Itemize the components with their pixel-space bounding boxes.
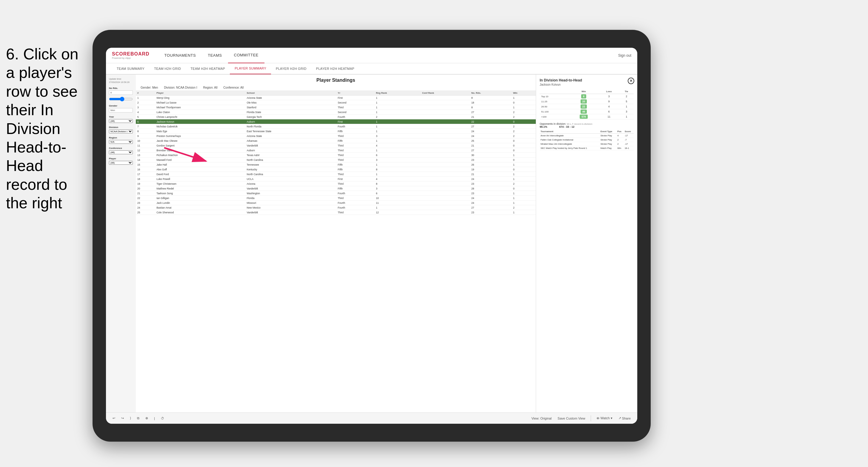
tournament-row[interactable]: Mirabel Maui Jim Intercollegiate Stroke …	[540, 142, 634, 146]
table-row[interactable]: 10 Jacob Mac Olesee Arkansas Fifth 1 25 …	[136, 138, 536, 143]
sub-nav-team-summary[interactable]: TEAM SUMMARY	[112, 63, 149, 74]
sub-nav-player-h2h-grid[interactable]: PLAYER H2H GRID	[271, 63, 311, 74]
sub-nav-team-h2h-heatmap[interactable]: TEAM H2H HEATMAP	[186, 63, 230, 74]
year-select[interactable]: (All)	[109, 119, 133, 123]
save-custom-button[interactable]: Save Custom View	[556, 416, 587, 421]
table-row[interactable]: 13 Pichaikun Maichon Texas A&M Third 6 3…	[136, 153, 536, 158]
wlt-row: 98.1% 674 - 33 - 12	[540, 125, 634, 128]
no-rds-slider[interactable]	[109, 97, 133, 101]
table-row[interactable]: 20 Matthew Riedel Vanderbilt Fifth 3 28 …	[136, 186, 536, 191]
filter-division: Division: NCAA Division I	[164, 86, 197, 89]
h2h-tie: 1	[619, 114, 634, 119]
cell-conf-rank	[421, 200, 470, 205]
forward-button[interactable]: ⟩	[128, 415, 133, 421]
sidebar: Update time: 27/03/2024 16:56:26 No Rds.…	[106, 74, 136, 412]
cell-player: Matthew Riedel	[155, 186, 245, 191]
filter-region: Region: All	[203, 86, 218, 89]
cell-rank: 14	[136, 158, 155, 162]
cell-yr: Third	[336, 148, 375, 153]
h2h-title: In Division Head-to-Head	[540, 78, 634, 82]
tournament-row[interactable]: SEC Match Play hosted by Jerry Pate Roun…	[540, 146, 634, 150]
cell-yr: First	[336, 95, 375, 100]
table-row[interactable]: 7 Nicholas Gabrelcik North Florida Fourt…	[136, 124, 536, 129]
table-row[interactable]: 24 Bastian Amat New Mexico Fourth 1 27 2	[136, 205, 536, 210]
sub-nav-team-h2h-grid[interactable]: TEAM H2H GRID	[149, 63, 186, 74]
conference-select[interactable]: (All)	[109, 150, 133, 154]
cell-school: Washington	[245, 191, 336, 196]
table-row[interactable]: 17 David Ford North Carolina Third 1 21 …	[136, 172, 536, 177]
copy-button[interactable]: ⧉	[135, 415, 141, 421]
sign-out-button[interactable]: Sign out	[618, 54, 631, 58]
close-button[interactable]: ✕	[628, 77, 634, 84]
cell-conf-rank	[421, 100, 470, 105]
sub-nav-player-summary[interactable]: PLAYER SUMMARY	[230, 63, 271, 74]
watch-button[interactable]: 👁 Watch ▾	[595, 415, 614, 421]
cell-conf-rank	[421, 196, 470, 200]
clock-button[interactable]: ⏱	[159, 416, 166, 421]
table-row[interactable]: 8 Mats Ege East Tennessee State Fifth 1 …	[136, 129, 536, 134]
cell-player: Bastian Amat	[155, 205, 245, 210]
h2h-loss: 11	[599, 114, 619, 119]
cell-school: North Carolina	[245, 172, 336, 177]
cell-no-rds: 18	[470, 100, 512, 105]
cell-win: 0	[512, 100, 536, 105]
cell-school: Missouri	[245, 200, 336, 205]
cell-player: Luke Powell	[155, 177, 245, 181]
table-row[interactable]: 4 Luke Claton Florida State Second 1 27 …	[136, 110, 536, 115]
division-select[interactable]: NCAA Division I	[109, 129, 133, 133]
region-select[interactable]: N/A	[109, 140, 133, 144]
nav-tournaments[interactable]: TOURNAMENTS	[158, 48, 202, 63]
cell-reg-rank: 6	[375, 153, 421, 158]
cell-no-rds: 22	[470, 119, 512, 124]
cell-school: New Mexico	[245, 205, 336, 210]
cell-rank: 17	[136, 172, 155, 177]
table-row[interactable]: 1 Wenyi Ding Arizona State First 1 8 1	[136, 95, 536, 100]
table-row[interactable]: 22 Ian Gilligan Florida Third 10 24 1	[136, 196, 536, 200]
table-row[interactable]: 12 Brendan Valles Auburn Third 1 27 0	[136, 148, 536, 153]
table-row[interactable]: 25 Cole Sherwood Vanderbilt Third 12 23 …	[136, 210, 536, 215]
cell-school: Florida State	[245, 110, 336, 115]
table-row[interactable]: 6 Jackson Koivun Auburn First 1 22 0	[136, 119, 536, 124]
table-row[interactable]: 18 Luke Powell UCLA First 4 24 1	[136, 177, 536, 181]
cell-yr: Third	[336, 153, 375, 158]
opponents-pct-row: Opponents in division: W-L-T record in-d…	[540, 122, 634, 125]
view-original-button[interactable]: View: Original	[529, 416, 553, 421]
cell-win: 1	[512, 162, 536, 167]
cell-rank: 18	[136, 177, 155, 181]
table-row[interactable]: 15 Jake Hall Tennessee Fifth 1 26 1	[136, 162, 536, 167]
table-row[interactable]: 16 Alex Goff Kentucky Fifth 8 19 0	[136, 167, 536, 172]
table-row[interactable]: 23 Jack Lundin Missouri Fourth 11 24 1	[136, 200, 536, 205]
table-row[interactable]: 9 Preston Summerhays Arizona State Third…	[136, 134, 536, 138]
cell-reg-rank: 1	[375, 119, 421, 124]
table-row[interactable]: 3 Michael Thorbjornsen Stanford Third 1 …	[136, 105, 536, 110]
sub-nav-player-h2h-heatmap[interactable]: PLAYER H2H HEATMAP	[311, 63, 359, 74]
cell-win: 2	[512, 129, 536, 134]
table-row[interactable]: 11 Gordon Sargent Vanderbilt Third 4 21 …	[136, 143, 536, 148]
redo-button[interactable]: ↪	[119, 415, 126, 421]
region-section: Region N/A	[109, 136, 133, 144]
table-row[interactable]: 5 Christo Lamprecht Georgia Tech Fourth …	[136, 115, 536, 119]
cell-player: Michael La Sasse	[155, 100, 245, 105]
nav-teams[interactable]: TEAMS	[202, 48, 228, 63]
tournament-score: 18-1	[624, 146, 634, 150]
table-row[interactable]: 21 Taehoon Song Washington Fourth 6 23 1	[136, 191, 536, 196]
paste-button[interactable]: ⊕	[144, 415, 150, 421]
cell-reg-rank: 1	[375, 100, 421, 105]
table-row[interactable]: 19 Tiger Christensen Arizona Third 8 23 …	[136, 181, 536, 186]
nav-committee[interactable]: COMMITTEE	[228, 48, 265, 63]
tournament-row[interactable]: Fallen Oak Collegiate Invitational Strok…	[540, 138, 634, 142]
table-row[interactable]: 2 Michael La Sasse Ole Miss Second 1 18 …	[136, 100, 536, 105]
cell-yr: Third	[336, 134, 375, 138]
logo-powered: Powered by clippi	[112, 57, 150, 59]
cell-school: Florida	[245, 196, 336, 200]
cell-player: Tiger Christensen	[155, 181, 245, 186]
cell-no-rds: 21	[470, 115, 512, 119]
cell-win: 1	[512, 177, 536, 181]
tournament-row[interactable]: Amer Ari Intercollegiate Stroke Play 4 -…	[540, 134, 634, 138]
table-row[interactable]: 14 Maxwell Ford North Carolina Third 3 2…	[136, 158, 536, 162]
undo-button[interactable]: ↩	[111, 415, 117, 421]
cell-no-rds: 24	[470, 196, 512, 200]
player-select[interactable]: (All)	[109, 161, 133, 165]
cell-yr: Second	[336, 100, 375, 105]
share-button[interactable]: ↗ Share	[617, 415, 632, 421]
